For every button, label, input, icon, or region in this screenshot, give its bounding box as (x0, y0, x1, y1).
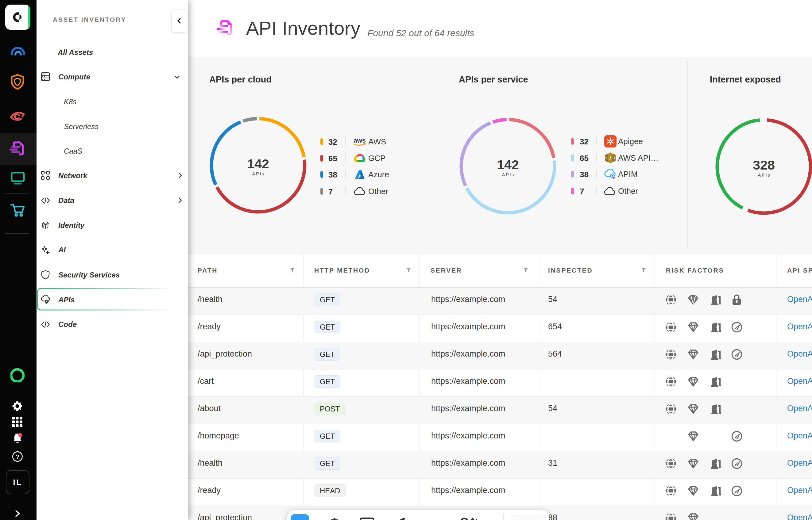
svg-text:?: ? (16, 453, 19, 460)
svg-text:aws: aws (353, 137, 366, 144)
